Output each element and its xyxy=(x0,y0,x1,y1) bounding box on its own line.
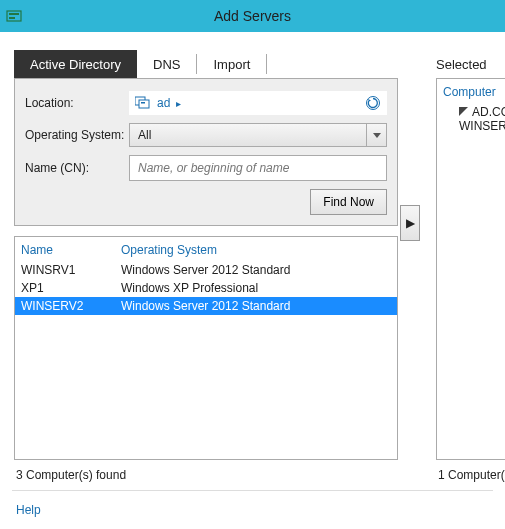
cell-os: Windows Server 2012 Standard xyxy=(121,262,391,278)
add-to-selected-button[interactable]: ▶ xyxy=(400,205,420,241)
os-select[interactable]: All xyxy=(129,123,387,147)
titlebar: Add Servers xyxy=(0,0,505,32)
add-servers-window: Add Servers Active Directory DNS Import … xyxy=(0,0,505,529)
os-value: All xyxy=(138,128,151,142)
help-link[interactable]: Help xyxy=(16,503,41,517)
results-list: Name Operating System WINSRV1 Windows Se… xyxy=(14,236,398,460)
os-label: Operating System: xyxy=(25,128,129,142)
cell-name: WINSERV2 xyxy=(21,298,121,314)
search-form: Location: ad ▸ Ope xyxy=(14,78,398,226)
tree-node-domain[interactable]: AD.CO xyxy=(459,105,505,119)
tab-separator xyxy=(266,54,267,74)
name-input[interactable] xyxy=(129,155,387,181)
location-value: ad xyxy=(157,96,170,110)
chevron-down-icon xyxy=(373,128,381,142)
svg-rect-5 xyxy=(141,102,145,104)
column-header-name[interactable]: Name xyxy=(21,243,121,257)
selected-title: Selected xyxy=(436,50,505,78)
cell-name: WINSRV1 xyxy=(21,262,121,278)
results-body: WINSRV1 Windows Server 2012 Standard XP1… xyxy=(15,261,397,459)
tab-import[interactable]: Import xyxy=(197,50,266,78)
selected-pane: Selected Computer AD.CO WINSERV2 xyxy=(422,50,505,460)
tab-active-directory[interactable]: Active Directory xyxy=(14,50,137,78)
location-field[interactable]: ad ▸ xyxy=(129,91,387,115)
chevron-right-icon: ▸ xyxy=(176,98,181,109)
collapse-icon xyxy=(459,105,468,119)
window-title: Add Servers xyxy=(0,8,505,24)
svg-rect-4 xyxy=(139,100,149,108)
servers-icon xyxy=(135,96,151,110)
main-area: Active Directory DNS Import Location: ad xyxy=(0,32,505,460)
table-row[interactable]: WINSERV2 Windows Server 2012 Standard xyxy=(15,297,397,315)
tab-dns[interactable]: DNS xyxy=(137,50,196,78)
find-now-button[interactable]: Find Now xyxy=(310,189,387,215)
column-header-os[interactable]: Operating System xyxy=(121,243,391,257)
domain-name: AD.CO xyxy=(472,105,505,119)
table-row[interactable]: WINSRV1 Windows Server 2012 Standard xyxy=(15,261,397,279)
selected-tree: Computer AD.CO WINSERV2 xyxy=(436,78,505,460)
location-label: Location: xyxy=(25,96,129,110)
content: Active Directory DNS Import Location: ad xyxy=(0,32,505,529)
tree-leaf[interactable]: WINSERV2 xyxy=(459,119,505,133)
search-pane: Active Directory DNS Import Location: ad xyxy=(14,50,398,460)
results-count: 3 Computer(s) found xyxy=(16,468,400,482)
arrow-right-icon: ▶ xyxy=(406,216,415,230)
transfer-column: ▶ xyxy=(398,50,422,460)
cell-os: Windows XP Professional xyxy=(121,280,391,296)
cell-name: XP1 xyxy=(21,280,121,296)
status-bar: 3 Computer(s) found 1 Computer(s) xyxy=(0,460,505,490)
column-header-computer[interactable]: Computer xyxy=(443,85,505,99)
selected-count: 1 Computer(s) xyxy=(424,468,505,482)
table-row[interactable]: XP1 Windows XP Professional xyxy=(15,279,397,297)
dropdown-button[interactable] xyxy=(367,123,387,147)
refresh-icon[interactable] xyxy=(365,95,381,114)
tab-strip: Active Directory DNS Import xyxy=(14,50,398,78)
name-label: Name (CN): xyxy=(25,161,129,175)
cell-os: Windows Server 2012 Standard xyxy=(121,298,391,314)
footer: Help xyxy=(0,491,505,529)
